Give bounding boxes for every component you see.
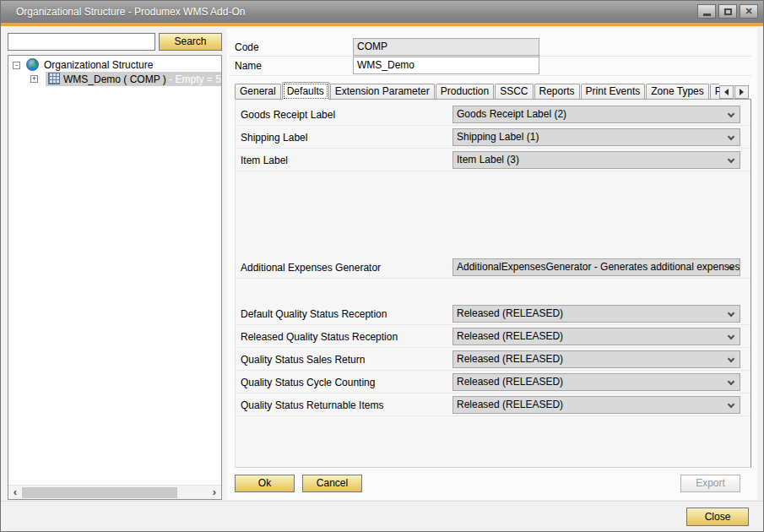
field-label: Default Quality Status Reception (241, 308, 387, 320)
scroll-left-icon[interactable]: ‹ (8, 486, 22, 499)
form-row-quality-status-sales-return: Quality Status Sales Return Released (RE… (235, 350, 751, 368)
dropdown-value: Released (RELEASED) (457, 307, 563, 319)
form-row-default-quality-status-reception: Default Quality Status Reception Release… (235, 305, 751, 323)
arrow-right-icon (740, 89, 744, 95)
chevron-down-icon (728, 133, 734, 140)
scroll-right-icon[interactable]: › (208, 486, 221, 499)
row-separator (235, 415, 750, 416)
close-window-button[interactable]: ✕ (740, 4, 758, 19)
search-input[interactable] (8, 33, 155, 51)
row-separator (235, 171, 750, 171)
search-button[interactable]: Search (159, 33, 222, 51)
tree-root-item[interactable]: Organizational Structure (44, 59, 153, 71)
tree-horizontal-scrollbar[interactable]: ‹ › (8, 485, 221, 499)
default-quality-status-reception-dropdown[interactable]: Released (RELEASED) (452, 305, 740, 323)
tab-sscc[interactable]: SSCC (495, 84, 533, 100)
field-label: Released Quality Status Reception (241, 331, 398, 343)
code-field: COMP (353, 38, 539, 56)
tree-child-suffix: - Empty = 54/5 (166, 73, 221, 85)
tab-reports[interactable]: Reports (534, 84, 580, 100)
shipping-label-dropdown[interactable]: Shipping Label (1) (452, 128, 740, 146)
additional-expenses-generator-dropdown[interactable]: AdditionalExpensesGenerator - Generates … (452, 258, 740, 276)
tree-collapse-expander[interactable]: - (13, 62, 20, 69)
row-separator (235, 125, 750, 126)
field-label: Quality Status Returnable Items (241, 399, 383, 411)
tree-child-item[interactable]: WMS_Demo ( COMP ) - Empty = 54/5 (63, 73, 221, 85)
chevron-down-icon (728, 156, 734, 163)
tab-extension-parameter[interactable]: Extension Parameter (330, 84, 435, 100)
field-label: Quality Status Cycle Counting (241, 377, 375, 388)
row-separator (235, 324, 750, 325)
minimize-icon (703, 14, 711, 16)
chevron-down-icon (728, 356, 734, 362)
form-row-additional-expenses: Additional Expenses Generator Additional… (235, 258, 751, 276)
arrow-left-icon (724, 89, 729, 95)
chevron-down-icon (728, 310, 734, 317)
chevron-down-icon (728, 333, 734, 339)
form-row-quality-status-cycle-counting: Quality Status Cycle Counting Released (… (235, 373, 751, 391)
row-separator (235, 278, 750, 279)
tab-strip: General Defaults Extension Parameter Pro… (235, 81, 719, 100)
item-label-dropdown[interactable]: Item Label (3) (452, 151, 740, 169)
chevron-down-icon (728, 378, 734, 385)
tab-scroll-buttons (719, 85, 749, 99)
tab-scroll-right-button[interactable] (734, 85, 749, 99)
goods-receipt-label-dropdown[interactable]: Goods Receipt Label (2) (452, 106, 740, 123)
form-row-quality-status-returnable-items: Quality Status Returnable Items Released… (235, 396, 751, 414)
quality-status-sales-return-dropdown[interactable]: Released (RELEASED) (452, 350, 740, 368)
tab-defaults[interactable]: Defaults (282, 82, 329, 100)
dropdown-value: Released (RELEASED) (457, 376, 563, 388)
row-separator (235, 370, 750, 371)
row-separator (235, 148, 750, 149)
scrollbar-thumb[interactable] (22, 487, 177, 498)
dropdown-value: Released (RELEASED) (457, 330, 563, 342)
app-window: Organizational Structure - Produmex WMS … (0, 0, 764, 532)
chevron-down-icon (728, 111, 734, 117)
tree-expand-expander[interactable]: + (30, 75, 38, 83)
form-row-shipping-label: Shipping Label Shipping Label (1) (235, 128, 751, 146)
title-accent-line (1, 23, 763, 26)
bottom-bar: Close (1, 501, 763, 532)
cancel-button[interactable]: Cancel (302, 475, 362, 492)
tab-scroll-left-button[interactable] (719, 85, 734, 99)
export-button[interactable]: Export (680, 475, 740, 492)
minimize-button[interactable] (697, 4, 716, 19)
ok-button[interactable]: Ok (235, 475, 295, 492)
tab-zone-types[interactable]: Zone Types (646, 84, 708, 100)
released-quality-status-reception-dropdown[interactable]: Released (RELEASED) (452, 328, 740, 345)
field-label: Additional Expenses Generator (241, 262, 381, 274)
chevron-down-icon (728, 401, 734, 408)
globe-icon (26, 58, 39, 71)
name-field[interactable]: WMS_Demo (353, 57, 539, 74)
field-label: Goods Receipt Label (241, 109, 335, 121)
close-button[interactable]: Close (686, 508, 749, 526)
window-title: Organizational Structure - Produmex WMS … (16, 6, 245, 18)
form-row-item-label: Item Label Item Label (3) (235, 151, 751, 169)
row-separator (229, 75, 751, 76)
quality-status-cycle-counting-dropdown[interactable]: Released (RELEASED) (452, 373, 740, 391)
dropdown-value: Shipping Label (1) (457, 131, 539, 143)
tree-child-label: WMS_Demo ( COMP ) (63, 73, 166, 85)
form-row-goods-receipt-label: Goods Receipt Label Goods Receipt Label … (235, 106, 751, 123)
field-label: Item Label (241, 155, 288, 166)
field-label: Shipping Label (241, 132, 307, 144)
close-icon: ✕ (745, 7, 752, 16)
form-row-released-quality-status-reception: Released Quality Status Reception Releas… (235, 328, 751, 345)
title-bar: Organizational Structure - Produmex WMS … (1, 1, 763, 23)
dropdown-value: AdditionalExpensesGenerator - Generates … (457, 261, 740, 273)
field-label: Quality Status Sales Return (241, 354, 365, 366)
tab-production[interactable]: Production (436, 84, 494, 100)
row-separator (235, 347, 750, 348)
maximize-icon (724, 8, 732, 15)
warehouse-grid-icon (48, 73, 60, 84)
tab-general[interactable]: General (235, 84, 281, 100)
dropdown-value: Released (RELEASED) (457, 399, 563, 410)
maximize-button[interactable] (718, 4, 737, 19)
org-structure-tree: - Organizational Structure + WMS_Demo ( … (8, 55, 222, 500)
dropdown-value: Item Label (3) (457, 154, 519, 166)
row-separator (235, 393, 750, 394)
quality-status-returnable-items-dropdown[interactable]: Released (RELEASED) (452, 396, 740, 414)
tab-page-sizes[interactable]: Page Sizes (710, 84, 719, 100)
name-label: Name (235, 60, 262, 72)
tab-print-events[interactable]: Print Events (581, 84, 646, 100)
